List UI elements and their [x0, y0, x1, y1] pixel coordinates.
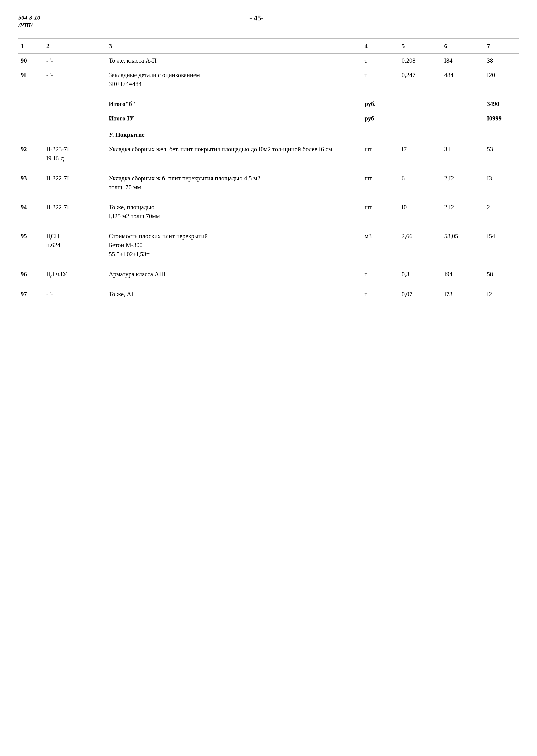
row-num: 94: [19, 200, 44, 223]
row-num: [19, 111, 44, 126]
row-code: [44, 126, 106, 142]
row-description: То же, класса А-П: [106, 53, 362, 68]
row-description: Итого IУ: [106, 111, 362, 126]
row-unit: т: [362, 287, 399, 301]
row-unit: шт: [362, 142, 399, 166]
col-header-7: 7: [484, 39, 518, 53]
row-code: II-322-7I: [44, 200, 106, 223]
row-qty: [399, 126, 442, 142]
row-code: [44, 97, 106, 111]
row-unit: руб.: [362, 97, 399, 111]
row-qty: 0,3: [399, 267, 442, 282]
row-total: 58: [484, 267, 518, 282]
row-code: [44, 111, 106, 126]
doc-reference: 504-3-10 /УШ/: [19, 14, 40, 29]
table-row: 94II-322-7IТо же, площадью I,I25 м2 толщ…: [19, 200, 518, 223]
row-description: Закладные детали с оцинкованием ЗI0+I74=…: [106, 68, 362, 91]
table-row: 97-"-То же, АIт0,07I73I2: [19, 287, 518, 301]
col-header-1: 1: [19, 39, 44, 53]
table-row: Итого IУрубI0999: [19, 111, 518, 126]
row-num: [19, 97, 44, 111]
col-header-2: 2: [44, 39, 106, 53]
spacer-row: [19, 262, 518, 267]
table-row: 90-"-То же, класса А-Пт0,208I8438: [19, 53, 518, 68]
row-qty: 2,66: [399, 229, 442, 261]
col-header-3: 3: [106, 39, 362, 53]
spacer-row: [19, 195, 518, 200]
row-num: 90: [19, 53, 44, 68]
row-num: 93: [19, 171, 44, 195]
spacer-row: [19, 223, 518, 229]
row-unit: т: [362, 267, 399, 282]
row-price: 2,I2: [442, 200, 485, 223]
doc-ref-line1: 504-3-10: [19, 14, 40, 21]
row-price: I73: [442, 287, 485, 301]
row-total: 3490: [484, 97, 518, 111]
row-price: I94: [442, 267, 485, 282]
row-qty: 0,247: [399, 68, 442, 91]
row-total: I20: [484, 68, 518, 91]
row-description: То же, АI: [106, 287, 362, 301]
row-unit: шт: [362, 171, 399, 195]
row-unit: т: [362, 68, 399, 91]
table-row: 92II-323-7I I9-I6-дУкладка сборных жел. …: [19, 142, 518, 166]
row-code: II-322-7I: [44, 171, 106, 195]
row-description: Укладка сборных жел. бет. плит покрытия …: [106, 142, 362, 166]
table-row: 96Ц.I ч.IУАрматура класса АШт0,3I9458: [19, 267, 518, 282]
row-price: I84: [442, 53, 485, 68]
row-code: -"-: [44, 53, 106, 68]
table-row: 93II-322-7IУкладка сборных ж.б. плит пер…: [19, 171, 518, 195]
row-description: У. Покрытие: [106, 126, 362, 142]
row-code: ЦСЦ п.624: [44, 229, 106, 261]
row-qty: I0: [399, 200, 442, 223]
row-price: 3,I: [442, 142, 485, 166]
row-price: [442, 111, 485, 126]
row-description: Арматура класса АШ: [106, 267, 362, 282]
table-row: Итого"б"руб.3490: [19, 97, 518, 111]
row-price: [442, 97, 485, 111]
row-total: I54: [484, 229, 518, 261]
row-num: 96: [19, 267, 44, 282]
row-code: II-323-7I I9-I6-д: [44, 142, 106, 166]
table-row: У. Покрытие: [19, 126, 518, 142]
row-num: 97: [19, 287, 44, 301]
spacer-row: [19, 166, 518, 171]
row-price: 58,05: [442, 229, 485, 261]
row-qty: 0,208: [399, 53, 442, 68]
row-unit: руб: [362, 111, 399, 126]
row-price: 484: [442, 68, 485, 91]
table-header-row: 1 2 3 4 5 6 7: [19, 39, 518, 53]
row-price: 2,I2: [442, 171, 485, 195]
col-header-6: 6: [442, 39, 485, 53]
col-header-4: 4: [362, 39, 399, 53]
row-total: I2: [484, 287, 518, 301]
row-code: Ц.I ч.IУ: [44, 267, 106, 282]
row-unit: т: [362, 53, 399, 68]
row-code: -"-: [44, 287, 106, 301]
row-total: [484, 126, 518, 142]
row-total: 38: [484, 53, 518, 68]
row-description: Укладка сборных ж.б. плит перекрытия пло…: [106, 171, 362, 195]
row-total: I3: [484, 171, 518, 195]
page-header: 504-3-10 /УШ/ - 45-: [19, 14, 518, 29]
spacer-row: [19, 91, 518, 97]
row-num: 9I: [19, 68, 44, 91]
row-num: [19, 126, 44, 142]
row-qty: [399, 111, 442, 126]
spacer-row: [19, 282, 518, 287]
row-qty: [399, 97, 442, 111]
row-total: 53: [484, 142, 518, 166]
row-unit: шт: [362, 200, 399, 223]
row-qty: 6: [399, 171, 442, 195]
row-price: [442, 126, 485, 142]
table-row: 9I-"-Закладные детали с оцинкованием ЗI0…: [19, 68, 518, 91]
row-description: То же, площадью I,I25 м2 толщ.70мм: [106, 200, 362, 223]
row-num: 95: [19, 229, 44, 261]
row-unit: м3: [362, 229, 399, 261]
row-total: I0999: [484, 111, 518, 126]
row-qty: 0,07: [399, 287, 442, 301]
row-description: Стоимость плоских плит перекрытий Бетон …: [106, 229, 362, 261]
row-description: Итого"б": [106, 97, 362, 111]
main-table: 1 2 3 4 5 6 7 90-"-То же, класса А-Пт0,2…: [19, 39, 518, 301]
row-total: 2I: [484, 200, 518, 223]
